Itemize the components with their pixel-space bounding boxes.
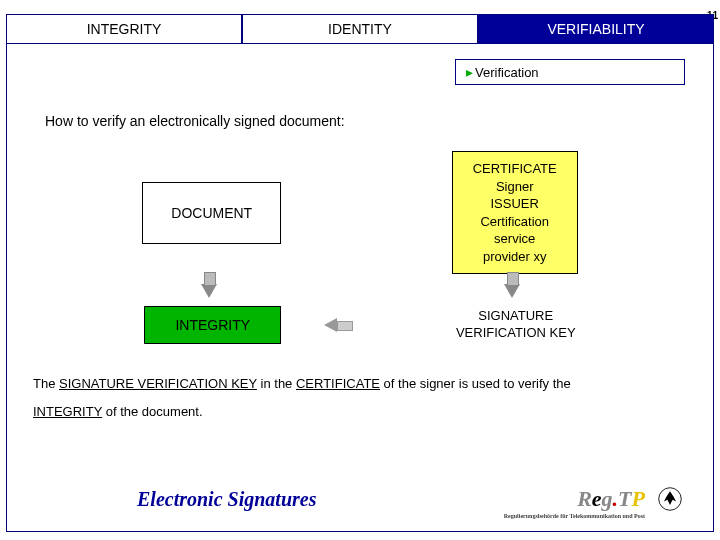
t: in the [257, 376, 296, 391]
content-area: How to verify an electronically signed d… [27, 113, 693, 453]
slide-frame: INTEGRITY IDENTITY VERIFIABILITY Verific… [6, 14, 714, 532]
t: of the signer is used to verify the [380, 376, 571, 391]
tab-identity[interactable]: IDENTITY [242, 14, 478, 44]
subsection-label: Verification [455, 59, 685, 85]
t: The [33, 376, 59, 391]
arrow-down-icon [504, 284, 520, 298]
svk-underline: SIGNATURE VERIFICATION KEY [59, 376, 257, 391]
int-underline: INTEGRITY [33, 404, 102, 419]
arrow-left-icon [324, 318, 337, 332]
diagram-row-2: INTEGRITY SIGNATUREVERIFICATION KEY [57, 306, 663, 344]
footer-logos: Reg.TP Regulierungsbehörde für Telekommu… [571, 486, 683, 512]
tab-verifiability[interactable]: VERIFIABILITY [478, 14, 714, 44]
signature-key-label: SIGNATUREVERIFICATION KEY [456, 308, 576, 342]
cert-underline: CERTIFICATE [296, 376, 380, 391]
t: of the document. [102, 404, 202, 419]
regtp-logo: Reg.TP Regulierungsbehörde für Telekommu… [571, 486, 645, 512]
explanation-text: The SIGNATURE VERIFICATION KEY in the CE… [33, 370, 693, 425]
subsection-text: Verification [475, 65, 539, 80]
tab-row: INTEGRITY IDENTITY VERIFIABILITY [6, 14, 714, 44]
footer-title: Electronic Signatures [137, 488, 316, 511]
integrity-box: INTEGRITY [144, 306, 281, 344]
arrow-row [57, 284, 663, 298]
eagle-icon [657, 486, 683, 512]
arrow-down-icon [201, 284, 217, 298]
heading: How to verify an electronically signed d… [45, 113, 693, 129]
footer: Electronic Signatures Reg.TP Regulierung… [7, 479, 713, 519]
diagram-row-1: DOCUMENT CERTIFICATESignerISSUERCertific… [57, 151, 663, 274]
certificate-box: CERTIFICATESignerISSUERCertificationserv… [452, 151, 578, 274]
regtp-subtitle: Regulierungsbehörde für Telekommunikatio… [504, 513, 645, 519]
document-box: DOCUMENT [142, 182, 281, 244]
tab-integrity[interactable]: INTEGRITY [6, 14, 242, 44]
